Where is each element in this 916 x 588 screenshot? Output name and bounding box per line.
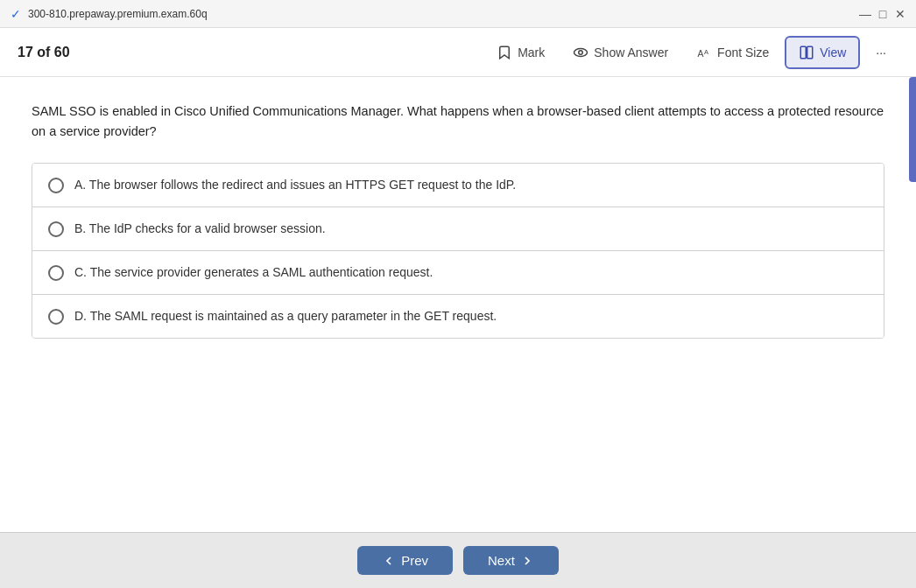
radio-c [48,265,64,281]
question-text: SAML SSO is enabled in Cisco Unified Com… [32,102,884,142]
svg-rect-5 [807,46,813,59]
eye-icon [573,45,588,60]
toolbar-actions: Mark Show Answer A A Font Size View [484,36,898,69]
option-item-d[interactable]: D. The SAML request is maintained as a q… [32,295,884,338]
option-label-d: D. The SAML request is maintained as a q… [74,307,497,326]
svg-rect-4 [800,46,806,59]
main-content: SAML SSO is enabled in Cisco Unified Com… [0,77,916,532]
option-item-c[interactable]: C. The service provider generates a SAML… [32,251,884,295]
toolbar: 17 of 60 Mark Show Answer A A Font Size [0,28,916,77]
radio-d [48,309,64,325]
footer: Prev Next [0,532,916,588]
options-list: A. The browser follows the redirect and … [32,163,884,339]
mark-label: Mark [518,46,545,60]
question-counter: 17 of 60 [18,45,70,60]
view-icon [799,45,814,60]
option-label-a: A. The browser follows the redirect and … [74,176,516,194]
more-label: ··· [876,46,886,60]
close-button[interactable]: ✕ [895,9,905,19]
title-bar: ✓ 300-810.prepaway.premium.exam.60q — □ … [0,0,916,28]
option-item-a[interactable]: A. The browser follows the redirect and … [32,164,884,207]
chevron-right-icon [520,554,534,568]
option-item-b[interactable]: B. The IdP checks for a valid browser se… [32,207,884,251]
prev-button[interactable]: Prev [357,546,453,575]
svg-text:A: A [704,47,708,55]
minimize-button[interactable]: — [860,9,870,19]
chevron-left-icon [382,554,396,568]
maximize-button[interactable]: □ [877,9,888,19]
title-bar-controls: — □ ✕ [860,9,905,19]
right-sidebar-indicator [909,77,916,182]
show-answer-button[interactable]: Show Answer [560,38,680,67]
title-bar-left: ✓ 300-810.prepaway.premium.exam.60q [11,7,208,21]
font-size-button[interactable]: A A Font Size [684,38,781,67]
mark-button[interactable]: Mark [484,38,557,67]
next-button[interactable]: Next [463,546,559,575]
option-label-b: B. The IdP checks for a valid browser se… [74,220,326,238]
option-label-c: C. The service provider generates a SAML… [74,263,433,282]
prev-label: Prev [401,553,428,568]
view-label: View [820,46,846,60]
view-button[interactable]: View [785,36,860,69]
svg-point-0 [574,48,588,56]
more-button[interactable]: ··· [863,38,898,66]
radio-a [48,178,64,193]
next-label: Next [488,553,515,568]
check-icon: ✓ [11,7,21,21]
font-size-icon: A A [696,45,712,60]
svg-text:A: A [698,47,704,58]
font-size-label: Font Size [717,46,769,60]
show-answer-label: Show Answer [594,46,668,60]
title-bar-text: 300-810.prepaway.premium.exam.60q [28,8,208,20]
svg-point-1 [579,50,583,54]
bookmark-icon [497,45,512,60]
radio-b [48,221,64,237]
